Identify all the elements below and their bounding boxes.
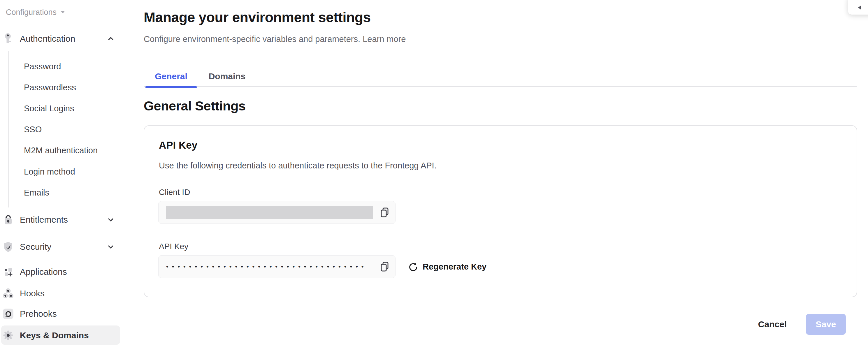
sidebar-item-emails[interactable]: Emails [0,184,128,202]
lock-icon [2,214,14,226]
sidebar-item-m2m-authentication[interactable]: M2M authentication [0,141,128,159]
regenerate-key-button[interactable]: Regenerate Key [408,255,487,278]
sidebar-item-label: Keys & Domains [20,330,89,340]
copy-icon[interactable] [379,206,391,218]
learn-more-link[interactable]: Learn more [363,34,406,44]
api-key-card: API Key Use the following credentials to… [144,125,857,297]
shield-check-icon [2,241,14,253]
tab-bar: General Domains [144,66,857,87]
sidebar-item-password[interactable]: Password [0,57,128,75]
tab-domains[interactable]: Domains [202,66,253,87]
section-title: General Settings [144,98,246,113]
sidebar-item-label: Entitlements [20,215,68,225]
sidebar-border [130,0,130,359]
sidebar-item-entitlements[interactable]: Entitlements [0,210,128,230]
sidebar-item-login-method[interactable]: Login method [0,163,128,181]
sidebar-item-passwordless[interactable]: Passwordless [0,78,128,96]
sidebar-item-sso[interactable]: SSO [0,120,128,138]
card-title: API Key [159,139,197,151]
sidebar-item-label: Security [20,242,51,252]
caret-down-icon [61,11,65,14]
sidebar-item-keys-domains[interactable]: Keys & Domains [0,325,128,345]
chevron-up-icon[interactable] [106,34,116,43]
sidebar: Configurations Authentication Password P… [0,0,130,359]
workspace-label: Configurations [6,8,57,17]
workspace-switcher[interactable]: Configurations [6,7,65,18]
tab-general[interactable]: General [146,66,197,87]
sidebar-item-label: Hooks [20,289,44,298]
page-title: Manage your environment settings [144,9,371,25]
footer-divider [144,303,857,303]
sidebar-item-hooks[interactable]: Hooks [0,284,128,303]
sidebar-item-label: Authentication [20,34,75,44]
api-key-label: API Key [159,242,188,251]
sidebar-item-authentication[interactable]: Authentication [0,29,128,48]
app-grid-plus-icon [2,266,14,278]
sidebar-item-social-logins[interactable]: Social Logins [0,99,128,118]
api-key-masked-value: ••••••••••••••••••••••••••••••••••• [166,263,367,270]
chevron-down-icon[interactable] [106,242,116,252]
sidebar-item-prehooks[interactable]: Prehooks [0,304,128,324]
copy-icon[interactable] [379,261,391,272]
sidebar-item-label: Prehooks [20,309,57,319]
collapse-left-arrow-icon [858,5,861,10]
page-subtitle: Configure environment-specific variables… [144,34,406,44]
cancel-button[interactable]: Cancel [752,314,793,335]
environment-settings-page: Configurations Authentication Password P… [0,0,868,359]
sidebar-item-security[interactable]: Security [0,237,128,257]
refresh-icon [408,262,418,271]
client-id-redacted-value [166,206,373,219]
client-id-field[interactable] [158,201,396,224]
loop-bubble-icon [2,308,14,320]
chevron-down-icon[interactable] [106,215,116,224]
panel-collapse-handle[interactable] [848,0,868,14]
sidebar-item-applications[interactable]: Applications [0,262,128,282]
client-id-label: Client ID [159,188,190,197]
card-description: Use the following credentials to authent… [159,161,437,170]
api-key-field[interactable]: ••••••••••••••••••••••••••••••••••• [158,255,396,278]
gear-icon [2,330,14,341]
key-icon [2,33,14,44]
webhook-icon [2,288,14,299]
regenerate-key-label: Regenerate Key [423,262,487,271]
save-button[interactable]: Save [806,314,846,335]
sidebar-item-label: Applications [20,267,67,277]
